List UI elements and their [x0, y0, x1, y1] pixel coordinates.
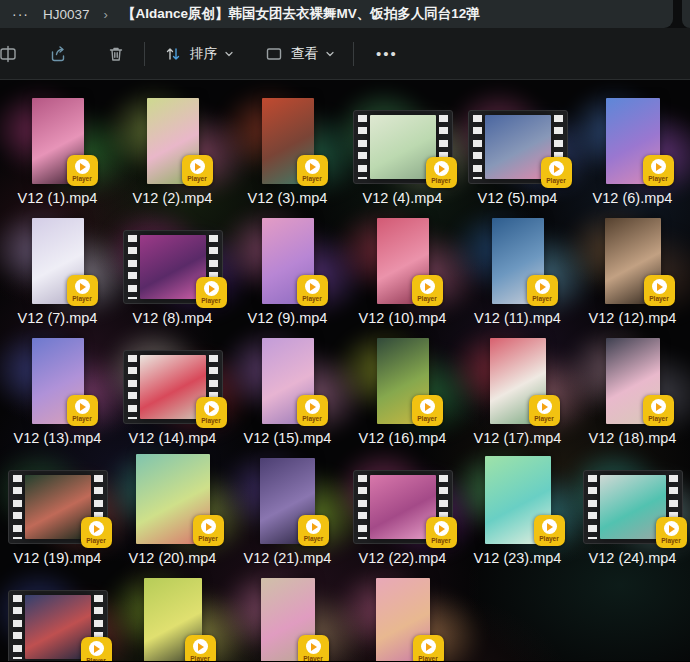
play-icon [305, 159, 320, 174]
player-badge: Player [643, 395, 674, 426]
play-icon [420, 399, 435, 414]
video-thumbnail: Player [32, 98, 84, 184]
file-list-area[interactable]: Player V12 (1).mp4 Player V12 (2).mp4 [0, 80, 690, 661]
player-badge-label: Player [304, 535, 324, 542]
toolbar-divider [353, 42, 354, 66]
file-item[interactable]: Player V12 (1).mp4 [0, 94, 115, 214]
thumbnail-zone: Player [0, 574, 115, 661]
file-item[interactable]: Player V12 (13).mp4 [0, 334, 115, 454]
player-badge-label: Player [539, 535, 559, 542]
player-badge: Player [527, 275, 558, 306]
file-item[interactable]: Player V12 (25).mp4 [0, 574, 115, 661]
file-name: V12 (3).mp4 [248, 190, 328, 206]
video-thumbnail: Player [606, 338, 660, 424]
play-icon [306, 639, 321, 654]
file-item[interactable]: Player V12 (17).mp4 [460, 334, 575, 454]
play-icon [434, 521, 449, 536]
player-badge-label: Player [648, 175, 668, 182]
player-badge-label: Player [418, 655, 438, 661]
thumbnail-zone: Player [575, 94, 690, 184]
file-item[interactable]: Player V12 (24).mp4 [575, 454, 690, 574]
sort-label: 排序 [190, 45, 217, 63]
file-item[interactable]: Player V12 (19).mp4 [0, 454, 115, 574]
thumbnail-zone: Player [460, 94, 575, 184]
player-badge-label: Player [532, 295, 552, 302]
player-badge-label: Player [72, 295, 92, 302]
file-item[interactable]: Player V12 (26).mp4 [115, 574, 230, 661]
adjacent-tab-edge[interactable] [682, 0, 690, 28]
view-button[interactable]: 查看 [256, 38, 343, 70]
player-badge-label: Player [302, 175, 322, 182]
file-item[interactable]: Player V12 (7).mp4 [0, 214, 115, 334]
video-thumbnail: Player [490, 338, 546, 424]
file-item[interactable]: Player V12 (16).mp4 [345, 334, 460, 454]
file-item[interactable]: Player V12 (14).mp4 [115, 334, 230, 454]
delete-button[interactable] [98, 38, 134, 70]
player-badge-label: Player [648, 415, 668, 422]
file-item[interactable]: Player V12 (27).mp4 [230, 574, 345, 661]
file-item[interactable]: Player V12 (10).mp4 [345, 214, 460, 334]
file-item[interactable]: Player V12 (15).mp4 [230, 334, 345, 454]
play-icon [651, 159, 666, 174]
share-button[interactable] [40, 38, 76, 70]
file-item[interactable]: Player V12 (28).mp4 [345, 574, 460, 661]
video-thumbnail: Player [123, 350, 223, 424]
player-badge: Player [297, 155, 328, 186]
breadcrumb-folder[interactable]: HJ0037 [43, 7, 90, 22]
file-name: V12 (18).mp4 [589, 430, 677, 446]
play-icon [75, 159, 90, 174]
file-item[interactable]: Player V12 (21).mp4 [230, 454, 345, 574]
file-name: V12 (13).mp4 [14, 430, 102, 446]
file-item[interactable]: Player V12 (6).mp4 [575, 94, 690, 214]
player-badge: Player [529, 395, 560, 426]
file-item[interactable]: Player V12 (11).mp4 [460, 214, 575, 334]
file-item[interactable]: Player V12 (2).mp4 [115, 94, 230, 214]
more-options-button[interactable]: ••• [364, 39, 410, 68]
play-icon [193, 639, 208, 654]
file-item[interactable]: Player V12 (23).mp4 [460, 454, 575, 574]
thumbnail-zone: Player [0, 214, 115, 304]
thumbnail-zone: Player [230, 574, 345, 661]
video-thumbnail: Player [261, 578, 315, 661]
thumbnail-zone: Player [0, 454, 115, 544]
active-tab[interactable]: ··· HJ0037 › 【AIdance原创】韩国女团去衣裸舞MV、饭拍多人同… [0, 0, 673, 28]
file-item[interactable]: Player V12 (12).mp4 [575, 214, 690, 334]
file-item[interactable]: Player V12 (4).mp4 [345, 94, 460, 214]
player-badge-label: Player [661, 537, 681, 544]
video-thumbnail: Player [377, 218, 429, 304]
play-icon [651, 399, 666, 414]
video-thumbnail: Player [262, 218, 314, 304]
file-name: V12 (5).mp4 [478, 190, 558, 206]
thumbnail-zone: Player [460, 454, 575, 544]
rename-button[interactable] [0, 38, 16, 70]
file-item[interactable]: Player V12 (8).mp4 [115, 214, 230, 334]
video-thumbnail: Player [376, 578, 430, 661]
file-item[interactable]: Player V12 (20).mp4 [115, 454, 230, 574]
file-name: V12 (23).mp4 [474, 550, 562, 566]
file-item[interactable]: Player V12 (18).mp4 [575, 334, 690, 454]
file-item[interactable]: Player V12 (5).mp4 [460, 94, 575, 214]
trash-icon [106, 44, 126, 64]
thumbnail-zone: Player [345, 334, 460, 424]
play-icon [204, 401, 219, 416]
file-name: V12 (1).mp4 [18, 190, 98, 206]
video-thumbnail: Player [606, 98, 660, 184]
file-item[interactable]: Player V12 (3).mp4 [230, 94, 345, 214]
file-item[interactable]: Player V12 (9).mp4 [230, 214, 345, 334]
chevron-down-icon [224, 49, 234, 59]
thumbnail-zone: Player [0, 94, 115, 184]
sort-icon [163, 44, 183, 64]
thumbnail-zone: Player [345, 214, 460, 304]
thumbnail-zone: Player [575, 334, 690, 424]
play-icon [201, 519, 216, 534]
sort-button[interactable]: 排序 [155, 38, 242, 70]
file-name: V12 (4).mp4 [363, 190, 443, 206]
file-item[interactable]: Player V12 (22).mp4 [345, 454, 460, 574]
breadcrumb-overflow-button[interactable]: ··· [12, 6, 29, 22]
player-badge: Player [297, 275, 328, 306]
play-icon [89, 641, 104, 656]
video-thumbnail: Player [605, 218, 661, 304]
play-icon [89, 521, 104, 536]
thumbnail-zone: Player [115, 334, 230, 424]
file-name: V12 (20).mp4 [129, 550, 217, 566]
